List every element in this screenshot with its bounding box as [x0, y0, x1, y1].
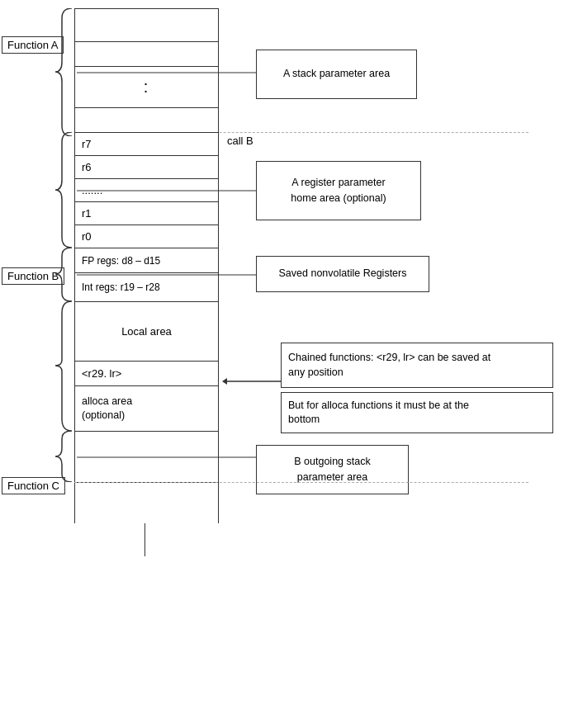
stack-r1: r1	[74, 201, 219, 225]
annot-stack-param: A stack parameter area	[256, 50, 417, 99]
stack-extra	[74, 523, 219, 548]
stack-a-row1	[74, 41, 219, 66]
stack-r6: r6	[74, 155, 219, 178]
brace-reg-param	[54, 132, 77, 248]
annot-reg-param: A register parameterhome area (optional)	[256, 161, 421, 220]
annot-b-outgoing: B outgoing stackparameter area	[256, 445, 409, 494]
stack-r7: r7	[74, 132, 219, 155]
connector-stack-param	[77, 72, 258, 73]
stack-local-area: Local area	[74, 301, 219, 361]
connector-nonvolatile	[77, 274, 258, 276]
annot-chained: Chained functions: <r29, lr> can be save…	[281, 343, 553, 388]
stack-r29-lr: <r29. lr>	[74, 361, 219, 385]
stack-fp-regs: FP regs: d8 – d15	[74, 248, 219, 272]
brace-nonvolatile	[54, 248, 77, 301]
annot-nonvolatile: Saved nonvolatile Registers	[256, 256, 429, 292]
arrow-alloca	[220, 373, 287, 390]
diagram-container: Function A : call B r7 r6 ....... r1 r0 …	[0, 0, 578, 728]
annot-alloca: But for alloca functions it must be at t…	[281, 392, 553, 433]
connector-b-outgoing	[77, 456, 258, 458]
svg-marker-5	[222, 378, 227, 385]
stack-top-empty	[74, 8, 219, 41]
stack-a-row3	[74, 107, 219, 132]
stack-c-row	[74, 482, 219, 523]
bottom-vert-line	[144, 523, 146, 556]
bottom-dashed-line	[74, 482, 528, 483]
brace-a-upper	[54, 8, 77, 136]
stack-r0: r0	[74, 225, 219, 248]
stack-int-regs: Int regs: r19 – r28	[74, 272, 219, 301]
brace-chained	[54, 301, 77, 431]
brace-b-outgoing	[54, 431, 77, 482]
connector-reg-param	[77, 190, 258, 191]
call-b-label: call B	[227, 135, 253, 147]
stack-alloca: alloca area(optional)	[74, 385, 219, 431]
